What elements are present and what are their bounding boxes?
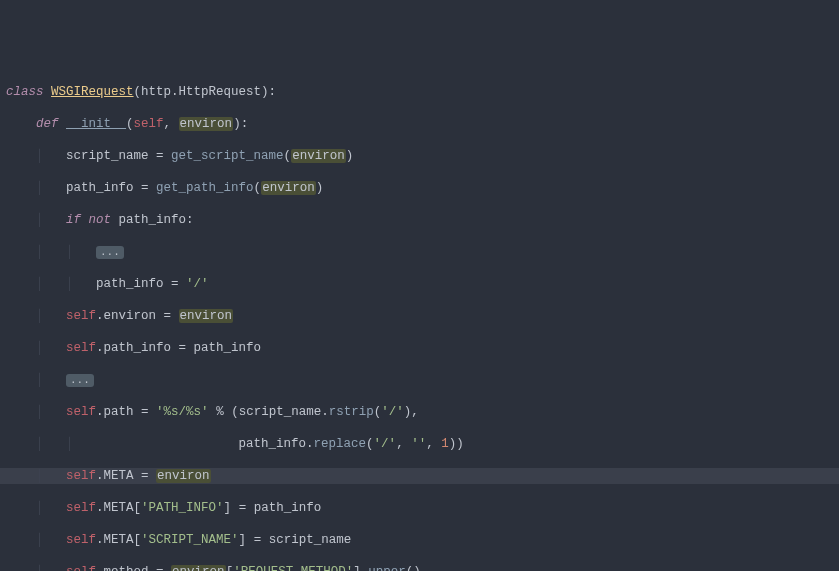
code-line: │ self.method = environ['REQUEST_METHOD'… <box>0 564 839 571</box>
code-line: │ script_name = get_script_name(environ) <box>0 148 839 164</box>
code-line: │ path_info = get_path_info(environ) <box>0 180 839 196</box>
keyword-def: def <box>36 117 59 131</box>
code-line: │ ... <box>0 372 839 388</box>
code-line-highlighted: │ self.META = environ <box>0 468 839 484</box>
fold-marker[interactable]: ... <box>66 374 94 387</box>
code-line: │ self.META['SCRIPT_NAME'] = script_name <box>0 532 839 548</box>
keyword-class: class <box>6 85 44 99</box>
code-line: │ self.environ = environ <box>0 308 839 324</box>
code-line: │ self.path = '%s/%s' % (script_name.rst… <box>0 404 839 420</box>
code-line: │ │ ... <box>0 244 839 260</box>
code-line: │ │ path_info = '/' <box>0 276 839 292</box>
code-line: │ self.path_info = path_info <box>0 340 839 356</box>
code-line: class WSGIRequest(http.HttpRequest): <box>0 84 839 100</box>
class-name: WSGIRequest <box>51 85 134 99</box>
code-line: def __init__(self, environ): <box>0 116 839 132</box>
method-name: __init__ <box>66 117 126 131</box>
code-line: │ │ path_info.replace('/', '', 1)) <box>0 436 839 452</box>
code-editor[interactable]: class WSGIRequest(http.HttpRequest): def… <box>0 64 839 571</box>
code-line: │ self.META['PATH_INFO'] = path_info <box>0 500 839 516</box>
param-environ: environ <box>179 117 234 131</box>
fold-marker[interactable]: ... <box>96 246 124 259</box>
code-line: │ if not path_info: <box>0 212 839 228</box>
